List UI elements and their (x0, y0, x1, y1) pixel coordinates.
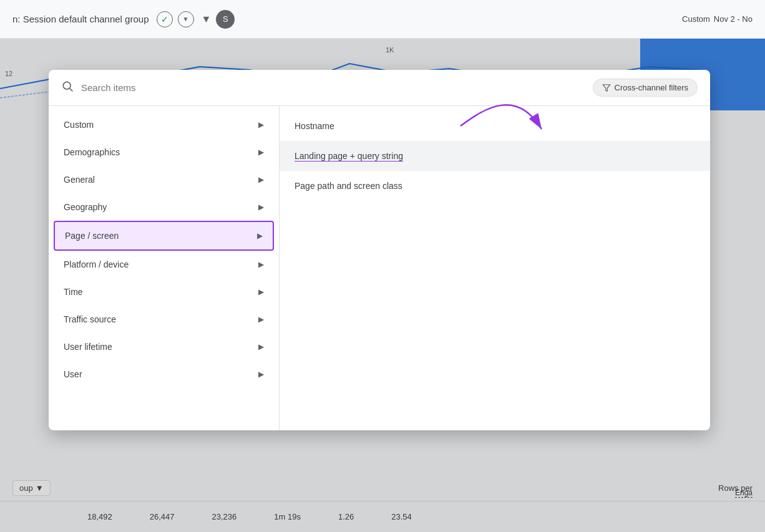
left-panel: Custom▶Demographics▶General▶Geography▶Pa… (49, 106, 280, 430)
category-label: Time (64, 287, 83, 297)
category-item-time[interactable]: Time▶ (49, 278, 279, 306)
category-item-user[interactable]: User▶ (49, 360, 279, 388)
right-item-label: Page path and screen class (295, 181, 402, 191)
category-label: Page / screen (65, 231, 119, 241)
right-item-label: Landing page + query string (295, 151, 403, 161)
svg-point-0 (63, 82, 71, 89)
category-item-custom[interactable]: Custom▶ (49, 111, 279, 138)
category-label: General (64, 175, 95, 185)
category-label: Traffic source (64, 314, 116, 324)
filter-icon (602, 84, 611, 92)
category-item-traffic-source[interactable]: Traffic source▶ (49, 306, 279, 333)
page-title: n: Session default channel group (12, 14, 149, 24)
svg-marker-2 (603, 84, 610, 91)
category-label: Platform / device (64, 259, 129, 269)
right-panel: HostnameLanding page + query stringPage … (280, 106, 710, 430)
top-bar: n: Session default channel group ✓ ▼ ▼ S… (0, 0, 765, 39)
category-item-user-lifetime[interactable]: User lifetime▶ (49, 333, 279, 360)
category-item-geography[interactable]: Geography▶ (49, 193, 279, 221)
category-label: Geography (64, 202, 107, 212)
search-icon (61, 80, 74, 95)
category-label: Custom (64, 120, 94, 130)
avatar[interactable]: S (216, 10, 235, 29)
right-item-page-path[interactable]: Page path and screen class (280, 171, 710, 201)
chevron-right-icon: ▶ (258, 175, 264, 184)
top-bar-controls: ✓ ▼ ▼ S (157, 10, 235, 29)
modal-body: Custom▶Demographics▶General▶Geography▶Pa… (49, 106, 710, 430)
date-range: Nov 2 - No (714, 14, 753, 24)
chevron-right-icon: ▶ (257, 231, 263, 240)
right-item-hostname[interactable]: Hostname (280, 111, 710, 141)
modal-dialog: Cross-channel filters Custom▶Demographic… (49, 70, 710, 430)
chevron-right-icon: ▶ (258, 288, 264, 296)
category-label: Demographics (64, 147, 120, 157)
top-bar-right: Custom Nov 2 - No (682, 14, 753, 24)
category-item-platform-device[interactable]: Platform / device▶ (49, 251, 279, 278)
verified-icon[interactable]: ✓ (157, 11, 173, 27)
chevron-right-icon: ▶ (258, 260, 264, 269)
right-item-label: Hostname (295, 121, 334, 131)
category-label: User lifetime (64, 342, 112, 352)
custom-label: Custom (682, 14, 710, 24)
chevron-right-icon: ▶ (258, 342, 264, 351)
cross-channel-filter-button[interactable]: Cross-channel filters (593, 79, 698, 97)
svg-line-1 (70, 89, 73, 92)
right-item-landing-page[interactable]: Landing page + query string (280, 141, 710, 171)
category-item-page-screen[interactable]: Page / screen▶ (54, 221, 274, 251)
category-item-demographics[interactable]: Demographics▶ (49, 138, 279, 166)
chevron-right-icon: ▶ (258, 148, 264, 157)
search-input[interactable] (81, 82, 585, 93)
chevron-right-icon: ▶ (258, 120, 264, 129)
category-item-general[interactable]: General▶ (49, 166, 279, 193)
dropdown-button[interactable]: ▼ (178, 11, 194, 27)
chevron-right-icon: ▶ (258, 203, 264, 211)
chevron-right-icon: ▶ (258, 370, 264, 379)
category-label: User (64, 369, 82, 379)
cross-channel-label: Cross-channel filters (615, 83, 689, 92)
chevron-right-icon: ▶ (258, 315, 264, 324)
filter-icon[interactable]: ▼ (202, 14, 212, 25)
search-bar: Cross-channel filters (49, 70, 710, 106)
